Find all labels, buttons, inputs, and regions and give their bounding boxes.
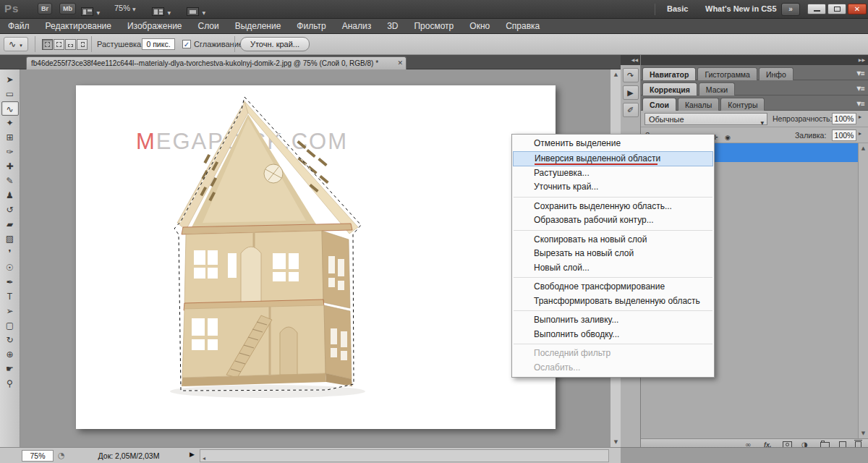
zoom-tool[interactable]: ⚲ — [1, 376, 19, 391]
close-button[interactable]: ✕ — [848, 4, 867, 14]
history-brush-tool[interactable]: ↺ — [1, 203, 19, 217]
scroll-down-icon[interactable]: ▼ — [859, 428, 868, 438]
scroll-down-icon[interactable]: ▼ — [610, 437, 621, 447]
eyedropper-tool[interactable]: ✑ — [1, 145, 19, 159]
context-menu-item[interactable]: Скопировать на новый слой — [512, 233, 714, 247]
context-menu-item[interactable]: Вырезать на новый слой — [512, 247, 714, 261]
dodge-tool[interactable]: ☉ — [1, 260, 19, 275]
context-menu-item[interactable]: Последний фильтр — [512, 347, 714, 361]
context-menu-item[interactable]: Отменить выделение — [512, 137, 714, 151]
context-menu-item[interactable]: Сохранить выделенную область... — [512, 200, 714, 214]
menu-item[interactable]: Файл — [0, 19, 38, 34]
bridge-button[interactable]: Br — [38, 3, 52, 14]
workspace-whats-new-button[interactable]: What's New in CS5 — [705, 4, 777, 13]
menu-item[interactable]: Редактирование — [38, 19, 119, 34]
document-tab[interactable]: fb46de255f73ce38f4ee112c644l--materialy-… — [26, 56, 407, 69]
menu-item[interactable]: Окно — [461, 19, 498, 34]
blur-tool[interactable]: ❜ — [1, 246, 19, 260]
panel-tab[interactable]: Гистограмма — [697, 67, 757, 80]
menu-item[interactable]: Изображение — [119, 19, 190, 34]
workspace-overflow-button[interactable]: » — [781, 3, 800, 16]
healing-brush-tool[interactable]: ✚ — [1, 159, 19, 174]
status-zoom-input[interactable]: 75% — [22, 450, 54, 462]
tool-presets-icon[interactable]: ✐ — [623, 103, 639, 117]
eraser-tool[interactable]: ▰ — [1, 217, 19, 232]
restore-button[interactable] — [827, 4, 846, 14]
menu-item[interactable]: Фильтр — [289, 19, 333, 34]
path-selection-tool[interactable]: ➢ — [1, 304, 19, 318]
opacity-stepper-icon[interactable]: ▸ — [859, 114, 861, 120]
fill-input[interactable]: 100% — [832, 129, 856, 141]
clone-stamp-tool[interactable]: ♟ — [1, 188, 19, 203]
menu-item[interactable]: Справка — [498, 19, 548, 34]
panel-tab[interactable]: Маски — [699, 82, 735, 95]
panel-menu-icon[interactable]: ▼≣ — [856, 70, 864, 77]
quick-selection-tool[interactable]: ✦ — [1, 116, 19, 130]
refine-edge-button[interactable]: Уточн. край... — [240, 37, 310, 51]
orbit-3d-tool[interactable]: ⊕ — [1, 347, 19, 362]
close-tab-icon[interactable]: ✕ — [397, 57, 403, 69]
menu-item[interactable]: Слои — [190, 19, 227, 34]
launcher-button[interactable]: ▼ — [81, 4, 100, 17]
context-menu-item[interactable]: Свободное трансформирование — [512, 280, 714, 294]
expand-dock-icon[interactable]: ▶▶ — [641, 55, 868, 65]
context-menu-item[interactable]: Трансформировать выделенную область — [512, 294, 714, 309]
crop-tool[interactable]: ⊞ — [1, 130, 19, 145]
workspace-basic-button[interactable]: Basic — [667, 4, 688, 13]
intersect-selection-icon[interactable] — [77, 39, 88, 50]
minimize-button[interactable] — [807, 4, 826, 14]
rotate-3d-tool[interactable]: ↻ — [1, 333, 19, 347]
menu-item[interactable]: Просмотр — [406, 19, 461, 34]
shape-tool[interactable]: ▢ — [1, 318, 19, 333]
opacity-input[interactable]: 100% — [832, 113, 856, 124]
panel-tab[interactable]: Контуры — [720, 98, 765, 111]
menu-item[interactable]: Выделение — [227, 19, 289, 34]
arrange-documents-button[interactable]: ▼ — [152, 4, 171, 17]
context-menu-item[interactable]: Выполнить заливку... — [512, 313, 714, 328]
brush-tool[interactable]: ✎ — [1, 174, 19, 188]
context-menu-item[interactable]: Растушевка... — [512, 166, 714, 181]
blend-mode-select[interactable]: Обычные▼ — [644, 113, 767, 125]
history-panel-icon[interactable]: ↷ — [623, 68, 639, 82]
lasso-tool-preset-button[interactable]: ∿ ▼ — [4, 37, 28, 51]
pen-tool[interactable]: ✒ — [1, 275, 19, 289]
scroll-up-icon[interactable]: ▲ — [859, 143, 868, 153]
context-menu-item[interactable]: Образовать рабочий контур... — [512, 213, 714, 228]
gradient-tool[interactable]: ▨ — [1, 232, 19, 246]
panel-tab[interactable]: Каналы — [678, 98, 719, 111]
feather-input[interactable]: 0 пикс. — [142, 38, 175, 50]
screen-mode-button[interactable]: ▼ — [187, 4, 205, 17]
panel-tab[interactable]: Инфо — [759, 67, 793, 80]
context-menu-item[interactable]: Уточнить край... — [512, 180, 714, 195]
antialias-checkbox[interactable]: ✓ — [182, 40, 191, 48]
context-menu-item[interactable]: Выполнить обводку... — [512, 328, 714, 342]
panel-menu-icon[interactable]: ▼≣ — [856, 85, 864, 92]
horizontal-scrollbar[interactable]: ◂ — [200, 449, 609, 462]
panel-tab[interactable]: Слои — [642, 98, 676, 111]
move-tool[interactable]: ➤ — [1, 72, 19, 87]
context-menu-item[interactable]: Инверсия выделенной области — [513, 151, 713, 166]
actions-panel-icon[interactable]: ▶ — [623, 85, 639, 100]
panel-tab[interactable]: Навигатор — [642, 67, 696, 80]
hand-tool[interactable]: ☛ — [1, 362, 19, 376]
fill-stepper-icon[interactable]: ▸ — [859, 130, 861, 137]
panel-menu-icon[interactable]: ▼≣ — [856, 101, 864, 107]
collapse-dock-icon[interactable]: ◀◀ — [621, 55, 640, 65]
scroll-left-icon[interactable]: ◂ — [200, 455, 205, 462]
mini-bridge-button[interactable]: Mb — [59, 3, 76, 14]
lock-all-icon[interactable]: ◉ — [723, 132, 733, 143]
layer-list-scrollbar[interactable]: ▲ ▼ — [858, 143, 868, 438]
menu-item[interactable]: Анализ — [334, 19, 380, 34]
panel-tab[interactable]: Коррекция — [642, 82, 697, 95]
zoom-level-control[interactable]: 75% ▼ — [114, 4, 136, 12]
context-menu-item[interactable]: Новый слой... — [512, 261, 714, 276]
lasso-tool[interactable]: ∿ — [1, 101, 19, 116]
document-image[interactable]: MEGAPOISK.COM — [76, 85, 556, 429]
menu-item[interactable]: 3D — [379, 19, 406, 34]
new-selection-icon[interactable] — [42, 39, 53, 50]
marquee-tool[interactable]: ▭ — [1, 87, 19, 101]
status-menu-icon[interactable]: ▶ — [190, 451, 195, 458]
type-tool[interactable]: T — [1, 289, 19, 304]
scroll-up-icon[interactable]: ▲ — [610, 69, 621, 80]
context-menu-item[interactable]: Ослабить... — [512, 361, 714, 375]
